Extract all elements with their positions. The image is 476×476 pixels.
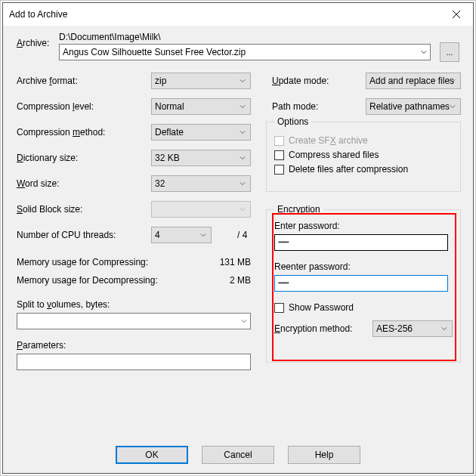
archive-label: Archive: [17,38,49,48]
mem-compress-value: 131 MB [220,257,251,267]
chevron-down-icon [240,127,246,138]
method-label: Compression method: [17,127,105,138]
checkbox-icon [274,150,284,160]
checkbox-icon [274,136,284,146]
cpu-total: / 4 [237,230,247,240]
archive-path: D:\Document\Image\Milk\ [59,32,161,42]
mem-decompress-value: 2 MB [230,275,251,286]
split-input[interactable] [17,313,251,329]
word-select[interactable]: 32 [151,175,251,192]
options-legend: Options [274,116,311,127]
params-label: Parameters: [17,340,66,351]
cpu-label: Number of CPU threads: [17,230,116,240]
delete-checkbox[interactable]: Delete files after compression [274,164,453,175]
help-button[interactable]: Help [288,446,360,464]
close-icon [453,11,460,18]
solid-select [151,201,251,218]
path-label: Path mode: [272,101,318,112]
format-select[interactable]: zip [151,73,251,89]
ok-button[interactable]: OK [116,446,188,464]
chevron-down-icon [200,230,206,240]
split-label: Split to volumes, bytes: [17,299,110,310]
cpu-select[interactable]: 4 [151,227,212,243]
chevron-down-icon [450,101,456,112]
cancel-button[interactable]: Cancel [202,446,274,464]
archive-name-input[interactable]: Angus Cow Silhouette Sunset Free Vector.… [59,44,431,60]
window-title: Add to Archive [9,9,439,20]
options-group: Options Create SFX archive Compress shar… [266,116,461,192]
chevron-down-icon [421,47,427,57]
close-button[interactable] [439,3,473,26]
path-select[interactable]: Relative pathnames [366,98,461,115]
sfx-checkbox: Create SFX archive [274,135,453,146]
level-label: Compression level: [17,101,94,112]
format-label: Archive format: [17,76,78,86]
checkbox-icon [274,165,284,175]
word-label: Word size: [17,178,59,189]
mem-decompress-label: Memory usage for Decompressing: [17,275,158,286]
footer-buttons: OK Cancel Help [3,446,473,464]
method-select[interactable]: Deflate [151,124,251,141]
chevron-down-icon [240,204,246,215]
params-input[interactable] [17,354,251,370]
chevron-down-icon [240,76,246,86]
titlebar: Add to Archive [3,3,473,26]
chevron-down-icon [240,101,246,112]
chevron-down-icon [240,153,246,163]
highlight-box [272,213,456,361]
browse-button[interactable]: ... [440,42,459,62]
update-select[interactable]: Add and replace files [366,73,461,89]
level-select[interactable]: Normal [151,98,251,115]
chevron-down-icon [450,76,456,86]
shared-checkbox[interactable]: Compress shared files [274,150,453,160]
chevron-down-icon [240,178,246,189]
update-label: Update mode: [272,76,329,86]
dict-select[interactable]: 32 KB [151,150,251,166]
chevron-down-icon [241,316,247,326]
dict-label: Dictionary size: [17,153,78,163]
solid-label: Solid Block size: [17,204,82,215]
mem-compress-label: Memory usage for Compressing: [17,257,148,267]
